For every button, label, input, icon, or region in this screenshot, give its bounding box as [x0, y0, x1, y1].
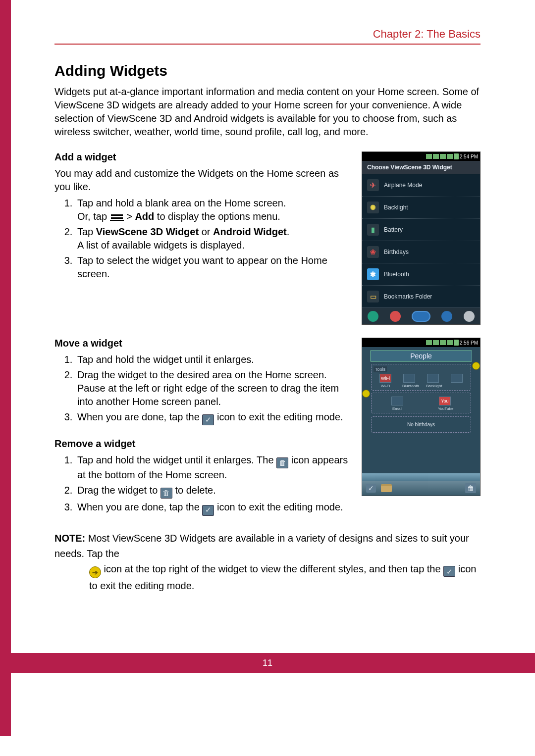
nav-dock: [362, 307, 480, 324]
status-time: 2:54 PM: [460, 154, 478, 159]
add-step-3: Tap to select the widget you want to app…: [75, 254, 352, 281]
widget-row: ▭Bookmarks Folder: [362, 286, 480, 307]
status-bar: 2:54 PM: [362, 152, 480, 161]
widget-icon: ✈: [367, 179, 379, 191]
widget-row: ▮Battery: [362, 219, 480, 241]
battery-icon: [454, 340, 459, 346]
trash-icon: 🗑: [276, 457, 288, 468]
trash-icon: 🗑: [465, 483, 476, 493]
intro-paragraph: Widgets put at-a-glance important inform…: [54, 85, 481, 139]
note: NOTE: Most ViewScene 3D Widgets are avai…: [54, 531, 481, 594]
status-time: 2:56 PM: [460, 340, 478, 346]
check-icon: ✓: [202, 505, 214, 516]
add-step-1: Tap and hold a blank area on the Home sc…: [75, 197, 352, 223]
widget-label: Bookmarks Folder: [384, 293, 432, 300]
section-move-widget: Move a widget Tap and hold the widget un…: [54, 338, 481, 518]
add-widget-head: Add a widget: [54, 151, 352, 163]
status-bar: 2:56 PM: [362, 338, 480, 347]
add-widget-desc: You may add and customize the Widgets on…: [54, 167, 352, 194]
chooser-title: Choose ViewScene 3D Widget: [362, 161, 480, 174]
widget-icon: ✱: [367, 268, 379, 280]
edit-dock: ✓ 🗑: [362, 481, 480, 496]
check-icon: ✓: [202, 414, 214, 425]
add-step-2: Tap ViewScene 3D Widget or Android Widge…: [75, 225, 352, 252]
widget-row: ✺Backlight: [362, 197, 480, 219]
apps-panel: EmailYouYouTube: [371, 393, 471, 413]
style-arrow-icon: [362, 390, 370, 398]
widget-icon: ▭: [367, 291, 379, 302]
remove-step-1: Tap and hold the widget until it enlarge…: [75, 454, 352, 482]
page-footer: 11: [0, 653, 535, 673]
trash-icon: 🗑: [160, 488, 172, 499]
remove-widget-head: Remove a widget: [54, 438, 352, 450]
widget-row: ❀Birthdays: [362, 241, 480, 263]
widget-label: Backlight: [384, 204, 408, 211]
check-icon: ✓: [443, 566, 455, 577]
figure-choose-widget: 2:54 PM Choose ViewScene 3D Widget ✈Airp…: [362, 151, 481, 325]
menu-icon: [110, 213, 124, 221]
move-step-1: Tap and hold the widget until it enlarge…: [75, 353, 352, 366]
widget-label: Birthdays: [384, 249, 409, 255]
no-birthdays-widget: No birthdays: [371, 416, 471, 433]
move-step-2: Drag the widget to the desired area on t…: [75, 368, 352, 408]
tile: Backlight: [426, 374, 440, 388]
widget-label: Battery: [384, 226, 403, 233]
style-arrow-icon: [89, 566, 101, 578]
widget-icon: ❀: [367, 246, 379, 258]
remove-step-2: Drag the widget to 🗑 to delete.: [75, 484, 352, 499]
figure-home-edit: 2:56 PM People Tools WiFiWi-FiBluetoothB…: [362, 338, 481, 496]
widget-row: ✈Airplane Mode: [362, 174, 480, 197]
widget-icon: ✺: [367, 202, 379, 213]
widget-row: ✱Bluetooth: [362, 263, 480, 286]
folder-icon: [381, 484, 392, 492]
left-margin-bar: [0, 0, 11, 736]
page-title: Adding Widgets: [54, 62, 481, 79]
tile: [450, 374, 464, 388]
people-widget: People: [370, 350, 472, 362]
style-arrow-icon: [472, 362, 480, 370]
widget-label: Bluetooth: [384, 271, 409, 278]
widget-label: Airplane Mode: [384, 182, 422, 189]
page-number: 11: [263, 658, 272, 668]
tile: Bluetooth: [402, 374, 416, 388]
chapter-header: Chapter 2: The Basics: [54, 28, 481, 45]
battery-icon: [454, 153, 459, 159]
remove-step-3: When you are done, tap the ✓ icon to exi…: [75, 501, 352, 515]
tile: YouYouTube: [438, 397, 452, 411]
tile: Email: [390, 397, 404, 411]
widget-icon: ▮: [367, 224, 379, 236]
section-add-widget: Add a widget You may add and customize t…: [54, 151, 481, 325]
tile: WiFiWi-Fi: [378, 374, 392, 388]
move-step-3: When you are done, tap the ✓ icon to exi…: [75, 410, 352, 425]
page-content: Chapter 2: The Basics Adding Widgets Wid…: [0, 0, 535, 736]
check-icon: ✓: [366, 484, 376, 493]
move-widget-head: Move a widget: [54, 338, 352, 349]
tools-panel: Tools WiFiWi-FiBluetoothBacklight: [371, 364, 471, 391]
